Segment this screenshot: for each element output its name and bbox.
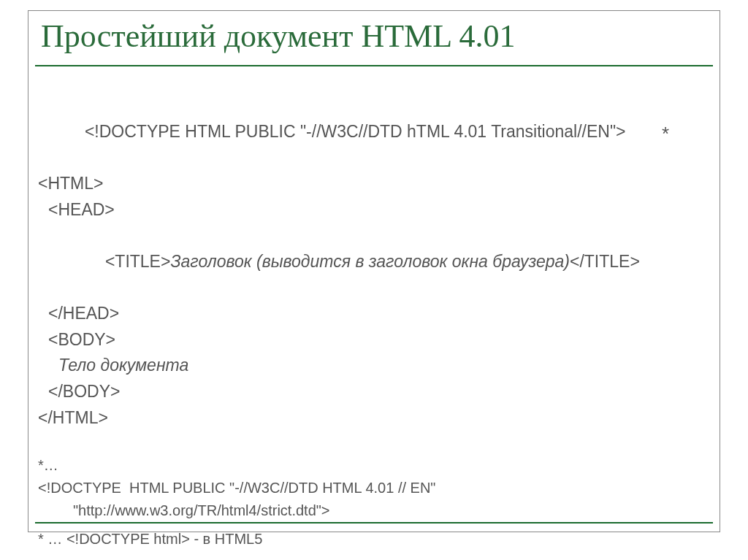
slide-inner: Простейший документ HTML 4.01 <!DOCTYPE … — [35, 18, 713, 525]
title-text: Заголовок (выводится в заголовок окна бр… — [170, 252, 570, 271]
footnote-html5: * … <!DOCTYPE html> - в HTML5 — [38, 528, 713, 551]
footer-rule — [35, 522, 713, 524]
spacer — [38, 431, 713, 454]
slide: Простейший документ HTML 4.01 <!DOCTYPE … — [0, 0, 748, 560]
footnote-doctype-strict-a: <!DOCTYPE HTML PUBLIC "-//W3C//DTD HTML … — [38, 477, 713, 499]
doctype-line: <!DOCTYPE HTML PUBLIC "-//W3C//DTD hTML … — [38, 93, 713, 171]
footnote-ellipsis: *… — [38, 454, 713, 477]
head-close: </HEAD> — [38, 301, 713, 327]
title-open-tag: <TITLE> — [105, 252, 170, 271]
code-block: <!DOCTYPE HTML PUBLIC "-//W3C//DTD hTML … — [38, 93, 713, 431]
body-text: Тело документа — [38, 353, 713, 379]
html-close: </HTML> — [38, 405, 713, 431]
content-area: <!DOCTYPE HTML PUBLIC "-//W3C//DTD hTML … — [35, 66, 713, 551]
page-title: Простейший документ HTML 4.01 — [41, 18, 713, 55]
title-line: <TITLE>Заголовок (выводится в заголовок … — [38, 223, 713, 301]
body-close: </BODY> — [38, 379, 713, 405]
title-close-tag: </TITLE> — [570, 252, 640, 271]
footnotes: *… <!DOCTYPE HTML PUBLIC "-//W3C//DTD HT… — [38, 454, 713, 551]
html-open: <HTML> — [38, 171, 713, 197]
doctype-text: <!DOCTYPE HTML PUBLIC "-//W3C//DTD hTML … — [85, 122, 626, 141]
title-area: Простейший документ HTML 4.01 — [35, 18, 713, 66]
body-open: <BODY> — [38, 327, 713, 353]
footnote-doctype-strict-b: "http://www.w3.org/TR/html4/strict.dtd"> — [38, 499, 713, 522]
asterisk-ref: * — [657, 119, 669, 148]
head-open: <HEAD> — [38, 197, 713, 223]
